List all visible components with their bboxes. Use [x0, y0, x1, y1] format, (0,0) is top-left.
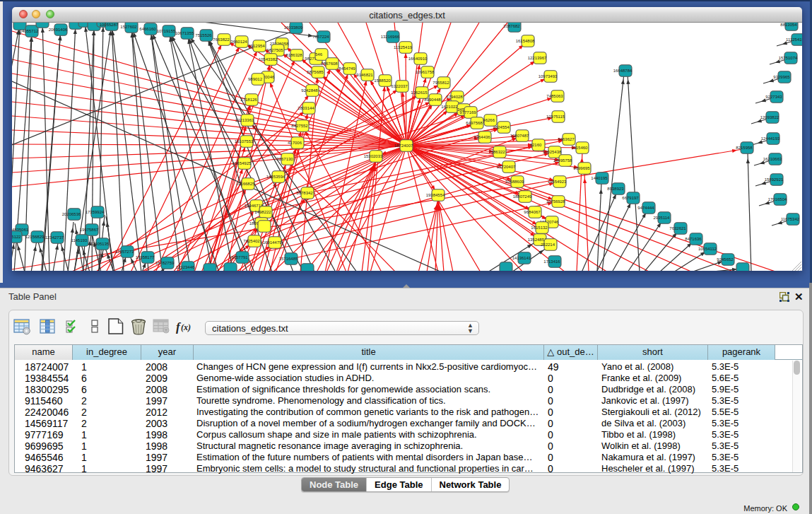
svg-text:10973493: 10973493	[539, 74, 558, 78]
svg-text:12444193: 12444193	[761, 136, 780, 141]
svg-text:1621022: 1621022	[441, 105, 458, 109]
svg-text:14055712: 14055712	[20, 29, 39, 33]
svg-text:6794028: 6794028	[446, 95, 463, 99]
svg-text:5875685: 5875685	[307, 70, 324, 74]
svg-text:9463627: 9463627	[558, 137, 575, 141]
svg-text:8427552: 8427552	[291, 124, 308, 128]
svg-text:10688609: 10688609	[505, 180, 524, 184]
svg-text:7955812: 7955812	[433, 81, 449, 85]
svg-text:2718126: 2718126	[240, 98, 257, 102]
svg-text:1498222: 1498222	[254, 210, 271, 214]
svg-text:12213967: 12213967	[528, 56, 547, 60]
svg-text:16154808: 16154808	[516, 39, 535, 43]
svg-text:7625402: 7625402	[243, 239, 260, 243]
svg-text:14136141: 14136141	[512, 256, 531, 260]
svg-text:(x): (x)	[181, 322, 191, 332]
svg-text:19975867: 19975867	[80, 228, 99, 232]
svg-text:7986322: 7986322	[488, 150, 505, 154]
svg-text:16914479: 16914479	[263, 240, 282, 245]
svg-text:9474444: 9474444	[637, 206, 654, 210]
svg-text:8813054: 8813054	[780, 23, 797, 27]
svg-text:16640910: 16640910	[408, 57, 428, 61]
svg-text:19654923: 19654923	[548, 180, 567, 184]
svg-text:9115460: 9115460	[572, 146, 589, 150]
svg-text:9777169: 9777169	[459, 110, 476, 115]
svg-text:2867608: 2867608	[321, 62, 338, 66]
svg-text:12093822: 12093822	[760, 115, 779, 119]
svg-text:20691406: 20691406	[49, 28, 68, 32]
svg-text:12905135: 12905135	[90, 242, 110, 246]
svg-text:20206536: 20206536	[62, 212, 81, 216]
svg-text:19654925: 19654925	[233, 161, 252, 165]
svg-text:6466160: 6466160	[139, 27, 156, 31]
svg-text:12975115: 12975115	[546, 115, 565, 119]
svg-text:9227343: 9227343	[765, 95, 782, 99]
svg-text:6679197: 6679197	[622, 196, 639, 200]
svg-text:15302033: 15302033	[364, 154, 383, 158]
svg-text:1527602: 1527602	[120, 25, 137, 29]
svg-text:10025438: 10025438	[543, 150, 562, 154]
svg-text:10055287: 10055287	[100, 23, 119, 27]
svg-text:12342737: 12342737	[45, 235, 64, 240]
svg-text:9699695: 9699695	[573, 166, 590, 170]
svg-text:15892921: 15892921	[765, 177, 784, 182]
svg-text:16958177: 16958177	[136, 255, 155, 259]
svg-text:9146821: 9146821	[356, 73, 373, 77]
svg-text:989012: 989012	[248, 77, 263, 81]
svg-text:9827505: 9827505	[266, 48, 283, 52]
svg-text:19384554: 19384554	[426, 193, 445, 197]
svg-text:14353594: 14353594	[266, 175, 286, 179]
svg-text:16782759: 16782759	[155, 261, 175, 265]
svg-text:5678342: 5678342	[296, 191, 313, 195]
svg-text:8912954: 8912954	[248, 44, 265, 48]
svg-text:417006: 417006	[288, 141, 302, 145]
svg-text:15751074: 15751074	[779, 56, 798, 60]
svg-text:16033809: 16033809	[284, 25, 303, 30]
svg-text:15720407: 15720407	[497, 165, 516, 169]
svg-text:6322037: 6322037	[391, 84, 408, 88]
svg-text:2087682: 2087682	[503, 24, 520, 28]
svg-text:9684067: 9684067	[524, 210, 541, 214]
svg-text:8938923: 8938923	[607, 187, 624, 191]
svg-text:8186328: 8186328	[286, 53, 302, 57]
svg-text:16210663: 16210663	[763, 157, 782, 161]
svg-text:12156829: 12156829	[25, 235, 45, 239]
svg-text:18807249: 18807249	[513, 194, 532, 199]
svg-text:14495758: 14495758	[553, 158, 572, 163]
svg-text:1440195: 1440195	[591, 176, 608, 180]
svg-text:1713416: 1713416	[543, 259, 560, 264]
svg-text:3267130: 3267130	[276, 157, 293, 161]
svg-text:2935114: 2935114	[654, 216, 671, 220]
svg-text:8215958: 8215958	[736, 146, 753, 150]
svg-text:16648784: 16648784	[613, 69, 632, 73]
svg-text:11325419: 11325419	[394, 45, 413, 49]
svg-text:7663822: 7663822	[213, 37, 230, 42]
svg-text:10961758: 10961758	[416, 70, 435, 74]
svg-text:6497568: 6497568	[466, 121, 483, 125]
svg-text:3660124: 3660124	[230, 40, 247, 44]
svg-text:12213363: 12213363	[235, 118, 254, 122]
svg-text:3624554: 3624554	[493, 125, 510, 129]
svg-text:3915122: 3915122	[12, 235, 21, 239]
svg-text:11125419: 11125419	[786, 37, 802, 42]
svg-text:13216966: 13216966	[381, 35, 400, 39]
svg-text:9329965: 9329965	[773, 75, 790, 79]
svg-text:15716485: 15716485	[279, 257, 298, 261]
svg-text:7515526: 7515526	[195, 33, 212, 37]
svg-text:11675342: 11675342	[781, 217, 800, 221]
svg-text:2364436: 2364436	[473, 135, 490, 139]
svg-text:10807487: 10807487	[510, 134, 529, 138]
svg-text:1145193: 1145193	[71, 238, 88, 243]
svg-text:8990448: 8990448	[424, 98, 441, 102]
svg-text:9242848: 9242848	[301, 88, 318, 93]
svg-text:10543382: 10543382	[259, 57, 278, 62]
svg-text:10671355: 10671355	[175, 31, 194, 35]
svg-text:62160: 62160	[530, 143, 542, 147]
svg-text:7857224: 7857224	[312, 35, 329, 39]
svg-text:17957273: 17957273	[115, 250, 134, 254]
svg-text:7485063: 7485063	[546, 94, 563, 98]
svg-text:2803144: 2803144	[298, 106, 314, 110]
svg-text:9657791: 9657791	[231, 255, 248, 259]
svg-text:12923446: 12923446	[176, 265, 195, 269]
svg-text:8454749: 8454749	[339, 66, 355, 71]
